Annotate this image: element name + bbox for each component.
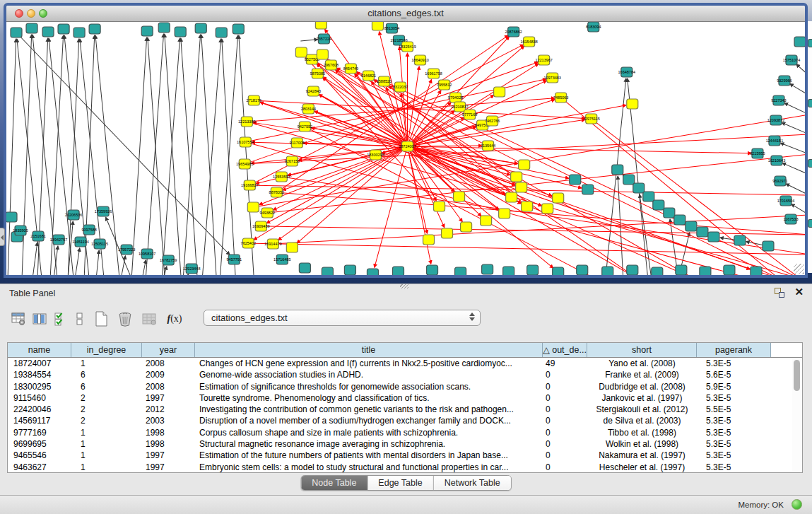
table-row[interactable]: 2242004622012Investigating the contribut… [8,404,802,415]
table-cell[interactable]: 1997 [142,450,195,461]
graph-node[interactable] [89,24,100,34]
graph-node[interactable]: 7357224 [317,34,331,44]
graph-node[interactable]: 1835905 [13,226,28,235]
table-cell[interactable]: Franke et al. (2009) [587,369,697,380]
table-cell[interactable]: 5.9E-5 [697,381,771,392]
graph-node[interactable]: 8878352 [269,187,284,197]
table-mode-button[interactable] [8,310,30,328]
table-cell[interactable]: 5.3E-5 [697,358,771,369]
graph-node[interactable]: 9329966 [777,76,792,86]
scrollbar-thumb[interactable] [794,360,800,391]
graph-node[interactable]: 8454749 [343,64,358,74]
graph-node[interactable]: 9146821 [361,71,376,81]
table-cell[interactable]: Embryonic stem cells: a model to study s… [195,462,543,473]
column-header[interactable]: in_degree [71,343,142,357]
table-row[interactable]: 1830029562008Estimation of significance … [8,381,802,392]
graph-node[interactable] [315,22,326,29]
graph-node[interactable]: 19654985 [236,159,253,169]
deselect-all-button[interactable] [71,310,89,328]
column-header[interactable]: pagerank [697,343,771,357]
graph-node[interactable] [372,22,383,30]
graph-node[interactable] [461,222,472,232]
graph-node[interactable] [570,175,581,185]
table-cell[interactable]: 0 [543,438,587,450]
graph-node[interactable] [511,172,522,182]
graph-node[interactable] [553,193,564,203]
graph-node[interactable] [686,221,697,231]
graph-node[interactable]: 7485063 [553,93,568,103]
graph-node[interactable] [367,269,378,275]
graph-node[interactable]: 16782759 [160,255,177,265]
graph-node[interactable]: 2151681 [30,231,45,241]
table-row[interactable]: 1938455462009Genome-wide association stu… [8,369,802,380]
table-cell[interactable]: 5.3E-5 [697,450,771,461]
graph-node[interactable]: 2803144 [301,104,316,114]
column-visibility-button[interactable] [30,310,51,328]
table-cell[interactable]: 2012 [142,404,195,415]
table-cell[interactable]: 0 [543,462,587,473]
table-row[interactable]: 1872400712008Changes of HCN gene express… [8,358,802,369]
table-cell[interactable]: 18300295 [8,381,71,392]
table-cell[interactable]: 2009 [142,369,195,380]
graph-node[interactable] [623,175,635,185]
graph-node[interactable] [763,241,774,251]
table-cell[interactable]: Dudbridge et al. (2008) [587,381,697,392]
graph-node[interactable]: 12444151 [766,136,783,146]
graph-node[interactable] [506,192,517,202]
minimize-window-button[interactable] [27,9,35,18]
graph-node[interactable]: 11451194 [72,237,89,247]
table-cell[interactable]: Corpus callosum shape and size in male p… [195,427,543,438]
table-cell[interactable]: Structural magnetic resonance image aver… [195,438,543,450]
tab-edge-table[interactable]: Edge Table [367,476,433,490]
graph-node[interactable]: 10973483 [543,73,560,83]
table-cell[interactable]: Tibbo et al. (1998) [587,427,697,438]
graph-node[interactable]: 15751074 [783,55,800,65]
control-panel-collapse-handle[interactable] [0,228,5,246]
table-cell[interactable]: 2008 [142,358,195,369]
graph-node[interactable]: 12923448 [183,264,200,274]
graph-node[interactable]: 16961758 [425,69,442,78]
table-cell[interactable]: 5.5E-5 [697,404,771,415]
table-cell[interactable]: Yano et al. (2008) [587,358,697,369]
graph-node[interactable]: 2718176 [247,95,261,105]
table-cell[interactable]: 1 [71,438,142,450]
graph-node[interactable] [482,264,493,274]
table-cell[interactable]: 1997 [142,392,195,404]
graph-node[interactable] [674,215,686,225]
graph-node[interactable]: 20876862 [505,27,522,37]
graph-node[interactable]: 9117008 [290,138,305,148]
graph-node[interactable]: 9457791 [227,255,242,264]
table-cell[interactable]: 0 [543,415,587,426]
graph-node[interactable]: 18640910 [411,55,428,65]
graph-node[interactable]: 12213389 [238,117,255,127]
table-cell[interactable]: Estimation of significance thresholds fo… [195,381,543,392]
function-builder-button[interactable]: f(x) [163,310,187,328]
graph-node[interactable]: 9777169 [462,110,477,119]
memory-indicator[interactable] [792,499,802,510]
graph-node[interactable]: 15716485 [273,255,290,264]
graph-node[interactable] [734,235,746,245]
graph-node[interactable]: 8813054 [384,23,399,33]
table-cell[interactable]: 9777169 [8,427,71,438]
graph-node[interactable]: 8322037 [393,82,408,92]
network-canvas[interactable]: 8813054192185067357224208768628183094166… [6,22,805,275]
graph-node[interactable] [652,267,663,275]
table-cell[interactable]: Wolkin et al. (1998) [587,438,697,450]
table-cell[interactable]: 9115460 [8,392,71,404]
graph-node[interactable] [494,87,505,97]
graph-node[interactable] [73,28,85,37]
graph-node[interactable] [653,200,664,210]
tab-network-table[interactable]: Network Table [433,476,511,490]
graph-node[interactable] [643,192,654,201]
graph-node[interactable] [216,28,227,37]
graph-node[interactable] [582,185,594,194]
table-cell[interactable]: Changes of HCN gene expression and I(f) … [195,358,543,369]
graph-node[interactable] [286,243,298,252]
table-cell[interactable]: de Silva et al. (2003) [587,415,697,426]
graph-node[interactable] [664,208,675,218]
graph-node[interactable]: 5875085 [310,69,325,78]
graph-node[interactable] [602,267,613,275]
column-header[interactable]: △ out_de... [543,343,587,357]
graph-node[interactable] [317,49,328,59]
table-cell[interactable]: Tourette syndrome. Phenomenology and cla… [195,392,543,404]
